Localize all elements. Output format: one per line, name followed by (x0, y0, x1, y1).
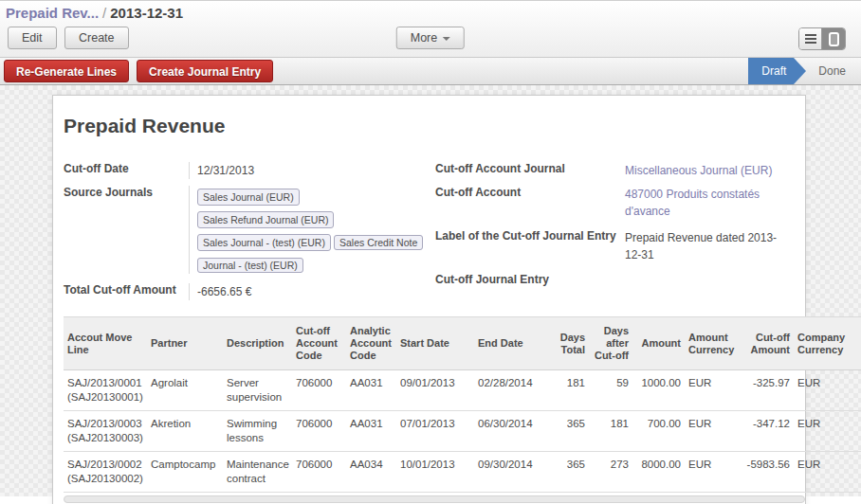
list-view-icon (805, 34, 816, 36)
col-header-end-date: End Date (474, 317, 553, 370)
breadcrumb-separator: / (99, 5, 110, 21)
page-title: Prepaid Revenue (64, 115, 795, 137)
col-header-start-date: Start Date (396, 317, 474, 370)
cell-move-line: SAJ/2013/0003 (SAJ20130003) (64, 411, 147, 452)
more-dropdown-button[interactable]: More (396, 27, 465, 49)
status-done: Done (807, 64, 861, 78)
col-header-days-total: Days Total (553, 317, 589, 370)
top-bar: Prepaid Rev.../2013-12-31 Edit Create Mo… (0, 0, 861, 57)
cutoff-account-link[interactable]: 487000 Produits constatés d'avance (625, 186, 791, 220)
journal-entry-label-label: Label of the Cut-off Journal Entry (435, 229, 625, 243)
field-groups: Cut-off Date 12/31/2013 Source Journals … (64, 162, 795, 307)
cell-analytic-code: AA031 (346, 370, 396, 411)
cell-days-total: 365 (553, 411, 589, 452)
cell-end-date: 06/30/2014 (474, 411, 553, 452)
col-header-amount-currency: Amount Currency (685, 317, 734, 370)
edit-button[interactable]: Edit (8, 27, 57, 49)
cell-analytic-code: AA031 (346, 411, 396, 452)
cell-days-after: 273 (589, 452, 632, 493)
col-header-partner: Partner (147, 317, 223, 370)
cutoff-account-journal-link[interactable]: Miscellaneous Journal (EUR) (625, 162, 772, 179)
breadcrumb-parent-link[interactable]: Prepaid Rev... (6, 5, 99, 21)
col-header-cutoff-account-code: Cut-off Account Code (292, 317, 346, 370)
cell-days-after: 59 (589, 370, 632, 411)
cell-analytic-code: AA034 (346, 452, 396, 493)
create-journal-entry-button[interactable]: Create Journal Entry (137, 60, 273, 82)
cutoff-date-value: 12/31/2013 (189, 162, 254, 179)
cell-account-code: 706000 (292, 452, 346, 493)
cell-days-total: 181 (553, 370, 589, 411)
more-label: More (411, 31, 437, 45)
form-view-button[interactable] (822, 28, 845, 49)
col-header-amount: Amount (632, 317, 685, 370)
toolbar: Edit Create More (0, 23, 861, 57)
cutoff-journal-entry-label: Cut-off Journal Entry (435, 273, 625, 286)
total-cutoff-amount-value: -6656.65 € (189, 283, 251, 300)
table-row[interactable]: SAJ/2013/0001 (SAJ20130001) Agrolait Ser… (64, 370, 861, 411)
cell-partner: Akretion (147, 411, 223, 452)
source-journals-label: Source Journals (64, 186, 189, 199)
cell-move-line: SAJ/2013/0001 (SAJ20130001) (64, 370, 147, 411)
cell-days-after: 181 (589, 411, 632, 452)
table-header-row: Accout Move Line Partner Description Cut… (64, 317, 861, 370)
create-button[interactable]: Create (64, 27, 129, 49)
work-area: Prepaid Revenue Cut-off Date 12/31/2013 … (0, 85, 861, 496)
form-sheet: Prepaid Revenue Cut-off Date 12/31/2013 … (52, 95, 806, 504)
cell-partner: Agrolait (147, 370, 223, 411)
cell-amount-currency: EUR (685, 411, 734, 452)
cell-description: Server supervision (223, 370, 292, 411)
cutoff-account-journal-label: Cut-off Account Journal (435, 162, 625, 175)
journal-tag[interactable]: Sales Refund Journal (EUR) (197, 211, 334, 228)
status-draft: Draft (748, 58, 794, 84)
cell-amount-currency: EUR (685, 452, 734, 493)
journal-entry-label-value: Prepaid Revenue dated 2013-12-31 (625, 229, 791, 263)
horizontal-scrollbar[interactable] (64, 495, 805, 503)
cell-amount-currency: EUR (685, 370, 734, 411)
col-header-days-after-cutoff: Days after Cut-off (589, 317, 632, 370)
total-cutoff-amount-label: Total Cut-off Amount (64, 283, 189, 297)
cell-end-date: 09/30/2014 (474, 452, 553, 493)
cell-description: Maintenance contract (223, 452, 292, 493)
list-view-button[interactable] (799, 28, 822, 49)
cell-days-total: 365 (553, 452, 589, 493)
col-header-company-currency: Company Currency (794, 317, 861, 370)
cell-description: Swimming lessons (223, 411, 292, 452)
field-group-left: Cut-off Date 12/31/2013 Source Journals … (64, 162, 435, 307)
cutoff-lines-table: Accout Move Line Partner Description Cut… (64, 316, 795, 503)
cell-start-date: 07/01/2013 (396, 411, 474, 452)
cell-amount: 8000.00 (632, 452, 685, 493)
form-view-icon (829, 32, 839, 46)
cell-move-line: SAJ/2013/0002 (SAJ20130002) (64, 452, 147, 493)
breadcrumb-current: 2013-12-31 (110, 5, 183, 21)
cell-company-currency: EUR (794, 370, 861, 411)
cell-end-date: 02/28/2014 (474, 370, 553, 411)
cell-company-currency: EUR (794, 411, 861, 452)
cell-partner: Camptocamp (147, 452, 223, 493)
breadcrumb: Prepaid Rev.../2013-12-31 (0, 1, 861, 23)
col-header-cutoff-amount: Cut-off Amount (734, 317, 794, 370)
col-header-analytic-account-code: Analytic Account Code (346, 317, 396, 370)
journal-tag[interactable]: Sales Journal (EUR) (197, 189, 300, 206)
cell-account-code: 706000 (292, 370, 346, 411)
view-switcher (798, 27, 846, 50)
cell-cutoff-amount: -5983.56 (734, 452, 794, 493)
cell-cutoff-amount: -347.12 (734, 411, 794, 452)
cell-cutoff-amount: -325.97 (734, 370, 794, 411)
source-journals-tags: Sales Journal (EUR)Sales Refund Journal … (189, 186, 428, 274)
status-indicator: Draft Done (748, 58, 861, 84)
cell-amount: 700.00 (632, 411, 685, 452)
cell-amount: 1000.00 (632, 370, 685, 411)
field-group-right: Cut-off Account Journal Miscellaneous Jo… (435, 162, 795, 307)
cell-company-currency: EUR (794, 452, 861, 493)
cutoff-date-label: Cut-off Date (64, 162, 189, 175)
col-header-account-move-line: Accout Move Line (64, 317, 147, 370)
cell-start-date: 10/01/2013 (396, 452, 474, 493)
cell-start-date: 09/01/2013 (396, 370, 474, 411)
table-row[interactable]: SAJ/2013/0003 (SAJ20130003) Akretion Swi… (64, 411, 861, 452)
cutoff-account-label: Cut-off Account (435, 186, 625, 199)
cell-account-code: 706000 (292, 411, 346, 452)
journal-tag[interactable]: Sales Journal - (test) (EUR) (197, 234, 331, 251)
col-header-description: Description (223, 317, 292, 370)
regenerate-lines-button[interactable]: Re-Generate Lines (4, 60, 129, 82)
table-row[interactable]: SAJ/2013/0002 (SAJ20130002) Camptocamp M… (64, 452, 861, 493)
